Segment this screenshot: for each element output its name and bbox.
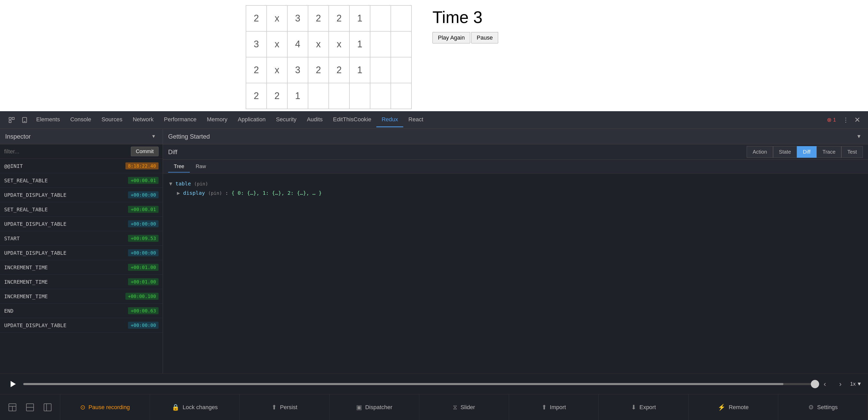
action-time: 8:18:22.40 [125, 162, 159, 169]
table-pin: (pin) [194, 181, 208, 187]
action-item[interactable]: @@INIT8:18:22.40 [0, 159, 163, 173]
tab-tree[interactable]: Tree [168, 161, 190, 172]
tab-state[interactable]: State [773, 146, 797, 158]
scrubber[interactable] [23, 383, 815, 385]
devtools-main: Inspector ▼ Commit @@INIT8:18:22.40SET_R… [0, 129, 868, 420]
tab-redux[interactable]: Redux [376, 112, 403, 127]
collapse-table-icon[interactable]: ▼ [169, 181, 175, 187]
grid-cell [370, 83, 391, 109]
expand-display-icon[interactable]: ▶ [177, 190, 183, 196]
game-info: Time 3 Play Again Pause [432, 5, 498, 43]
tab-action[interactable]: Action [747, 146, 773, 158]
action-item[interactable]: START+00:09.53 [0, 231, 163, 246]
filter-input[interactable] [4, 148, 128, 155]
layout-icon-3[interactable] [41, 401, 54, 414]
action-item[interactable]: END+00:00.63 [0, 303, 163, 318]
filter-row: Commit [0, 144, 163, 159]
tab-console[interactable]: Console [65, 112, 96, 127]
tab-raw[interactable]: Raw [190, 161, 212, 172]
tab-network[interactable]: Network [127, 112, 159, 127]
grid-cell [391, 57, 411, 83]
tab-react[interactable]: React [403, 112, 428, 127]
persist-label: Persist [280, 404, 297, 411]
close-devtools-icon[interactable]: ✕ [851, 114, 863, 126]
tab-test[interactable]: Test [841, 146, 863, 158]
layout-icon-1[interactable] [6, 401, 19, 414]
right-panel-header: Getting Started ▼ [163, 129, 868, 144]
game-title: Time 3 [432, 8, 498, 27]
action-item[interactable]: SET_REAL_TABLE+00:00.01 [0, 173, 163, 188]
tab-performance[interactable]: Performance [159, 112, 202, 127]
more-options-icon[interactable]: ⋮ [840, 114, 851, 126]
persist-button[interactable]: ⬆ Persist [240, 394, 330, 420]
devtools: Elements Console Sources Network Perform… [0, 111, 868, 420]
inspector-dropdown-icon[interactable]: ▼ [150, 133, 157, 140]
bottom-toolbar: ⊙ Pause recording 🔒 Lock changes ⬆ Persi… [0, 394, 868, 420]
scrubber-thumb[interactable] [811, 380, 819, 388]
action-item[interactable]: UPDATE_DISPLAY_TABLE+00:00:00 [0, 318, 163, 332]
slider-button[interactable]: ⧖ Slider [419, 394, 509, 420]
play-button[interactable] [6, 378, 19, 390]
tab-editthiscookie[interactable]: EditThisCookie [328, 112, 377, 127]
device-toggle-icon[interactable] [18, 114, 31, 126]
action-time: +00:09.53 [128, 235, 159, 242]
pause-button[interactable]: Pause [471, 32, 498, 43]
remote-button[interactable]: ⚡ Remote [688, 394, 778, 420]
dispatcher-button[interactable]: ▣ Dispatcher [330, 394, 419, 420]
next-action-button[interactable]: › [835, 378, 846, 390]
commit-button[interactable]: Commit [131, 147, 159, 156]
right-panel-dropdown-icon[interactable]: ▼ [855, 133, 863, 140]
tab-trace[interactable]: Trace [816, 146, 841, 158]
grid-cell [370, 5, 391, 31]
import-button[interactable]: ⬆ Import [509, 394, 599, 420]
import-icon: ⬆ [541, 404, 547, 411]
tab-audits[interactable]: Audits [302, 112, 328, 127]
action-item[interactable]: UPDATE_DISPLAY_TABLE+00:00:00 [0, 217, 163, 231]
display-key: display [183, 190, 205, 196]
svg-rect-2 [9, 121, 11, 123]
table-key: table [175, 181, 191, 187]
export-icon: ⬇ [631, 404, 636, 411]
play-again-button[interactable]: Play Again [432, 32, 470, 43]
speed-selector[interactable]: 1x ▼ [850, 381, 862, 387]
lock-changes-button[interactable]: 🔒 Lock changes [150, 394, 240, 420]
action-item[interactable]: INCREMENT_TIME+00:00.100 [0, 289, 163, 303]
tab-elements[interactable]: Elements [31, 112, 65, 127]
grid-cell: 2 [246, 83, 267, 109]
inspect-element-icon[interactable] [5, 114, 18, 126]
inspector-header: Inspector ▼ [0, 129, 163, 144]
action-list: @@INIT8:18:22.40SET_REAL_TABLE+00:00.01U… [0, 159, 163, 374]
export-button[interactable]: ⬇ Export [599, 394, 688, 420]
action-item[interactable]: SET_REAL_TABLE+00:00.01 [0, 202, 163, 217]
diff-bar: Diff Action State Diff Trace Test [163, 144, 868, 160]
slider-icon: ⧖ [453, 404, 457, 411]
action-item[interactable]: UPDATE_DISPLAY_TABLE+00:00:00 [0, 246, 163, 260]
prev-action-button[interactable]: ‹ [819, 378, 831, 390]
tab-memory[interactable]: Memory [202, 112, 232, 127]
tab-application[interactable]: Application [232, 112, 271, 127]
svg-rect-0 [9, 118, 11, 120]
grid-cell: 2 [246, 57, 267, 83]
tab-diff[interactable]: Diff [797, 146, 816, 158]
pause-recording-icon: ⊙ [80, 404, 85, 411]
pause-recording-button[interactable]: ⊙ Pause recording [60, 394, 150, 420]
grid-cell: x [308, 31, 329, 57]
action-time: +00:01.00 [128, 264, 159, 271]
layout-icon-2[interactable] [24, 401, 36, 414]
import-label: Import [550, 404, 566, 411]
speed-value: 1x [850, 381, 856, 387]
action-name: INCREMENT_TIME [4, 293, 48, 299]
action-time: +00:00.01 [128, 206, 159, 213]
settings-button[interactable]: ⚙ Settings [778, 394, 868, 420]
slider-label: Slider [460, 404, 475, 411]
grid-cell: 3 [246, 31, 267, 57]
export-label: Export [639, 404, 656, 411]
display-val: { 0: {…}, 1: {…}, 2: {…}, … } [231, 190, 322, 196]
action-item[interactable]: INCREMENT_TIME+00:01.00 [0, 260, 163, 274]
action-item[interactable]: UPDATE_DISPLAY_TABLE+00:00:00 [0, 188, 163, 202]
settings-label: Settings [817, 404, 838, 411]
tab-sources[interactable]: Sources [96, 112, 127, 127]
action-item[interactable]: INCREMENT_TIME+00:01.00 [0, 274, 163, 289]
action-name: INCREMENT_TIME [4, 264, 48, 270]
tab-security[interactable]: Security [271, 112, 302, 127]
